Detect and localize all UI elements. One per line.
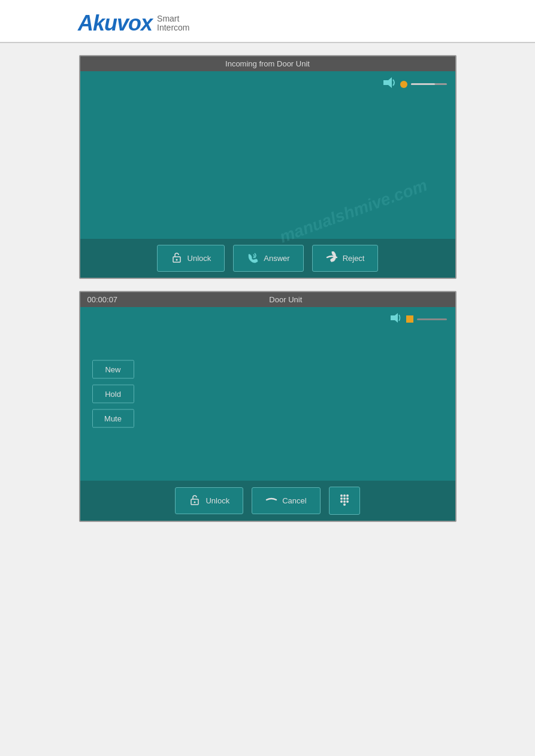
new-button[interactable]: New (92, 360, 134, 379)
panel2-video-area: New Hold Mute (80, 307, 455, 481)
panel2-unlock-button[interactable]: Unlock (175, 487, 243, 514)
logo-line2: Intercom (157, 23, 189, 32)
svg-point-12 (340, 500, 343, 503)
panel1-reject-button[interactable]: Reject (312, 245, 379, 272)
logo-container: Akuvox Smart Intercom (78, 11, 190, 36)
mute-button-label: Mute (104, 414, 122, 423)
panel-incoming: Incoming from Door Unit manualshmive.com (79, 55, 457, 279)
panel1-answer-label: Answer (264, 254, 289, 263)
panel2-cancel-label: Cancel (282, 496, 306, 505)
panel1-titlebar: Incoming from Door Unit (80, 56, 455, 71)
panel1-action-bar: Unlock Answer (80, 239, 455, 278)
svg-marker-3 (391, 313, 398, 323)
panel2-action-bar: Unlock Cancel (80, 481, 455, 521)
logo-brand: Akuvox (78, 11, 152, 36)
panel2-keypad-button[interactable] (329, 487, 360, 515)
panel-active: 00:00:07 Door Unit New H (79, 291, 457, 522)
panel1-unlock-button[interactable]: Unlock (157, 245, 225, 272)
svg-marker-0 (383, 77, 392, 88)
hold-button[interactable]: Hold (92, 385, 134, 403)
volume-track[interactable] (411, 83, 447, 85)
svg-point-8 (346, 494, 349, 497)
svg-point-14 (346, 500, 349, 503)
watermark: manualshmive.com (277, 176, 430, 247)
mute-button[interactable]: Mute (92, 409, 134, 428)
hold-button-label: Hold (105, 390, 121, 399)
svg-point-9 (340, 497, 343, 500)
svg-point-6 (340, 494, 343, 497)
panel2-unlock-label: Unlock (205, 496, 229, 505)
answer-icon (247, 251, 259, 265)
logo-area: Akuvox Smart Intercom (0, 0, 535, 43)
panel1-unlock-label: Unlock (188, 254, 211, 263)
side-buttons-container: New Hold Mute (92, 360, 134, 428)
panel2-title: Door Unit (123, 295, 448, 304)
keypad-icon (338, 493, 351, 508)
panel2-unlock-icon (189, 494, 201, 508)
svg-point-5 (194, 502, 196, 503)
panel1-title: Incoming from Door Unit (87, 59, 448, 68)
volume-icon (383, 77, 397, 91)
panel1-answer-button[interactable]: Answer (233, 245, 303, 272)
svg-point-2 (176, 259, 177, 261)
panel1-reject-label: Reject (343, 254, 365, 263)
svg-point-13 (343, 500, 346, 503)
logo-tagline: Smart Intercom (157, 14, 189, 33)
panel2-cancel-button[interactable]: Cancel (252, 487, 320, 514)
volume-filled (411, 83, 435, 85)
panel2-volume-knob[interactable] (406, 315, 413, 323)
cancel-icon (265, 494, 277, 508)
volume-knob[interactable] (400, 81, 407, 88)
panel2-volume-track[interactable] (417, 318, 447, 320)
new-button-label: New (105, 365, 120, 374)
svg-point-7 (343, 494, 346, 497)
panels-container: Incoming from Door Unit manualshmive.com (0, 43, 535, 534)
panel1-volume-control (383, 77, 447, 91)
panel2-volume-control (391, 313, 447, 325)
svg-point-15 (343, 503, 346, 506)
panel2-titlebar: 00:00:07 Door Unit (80, 292, 455, 307)
panel2-timer: 00:00:07 (87, 295, 118, 304)
svg-point-10 (343, 497, 346, 500)
panel1-video-area: manualshmive.com (80, 71, 455, 239)
logo-line1: Smart (157, 14, 189, 23)
unlock-icon (171, 251, 183, 265)
svg-point-11 (346, 497, 349, 500)
reject-icon (326, 251, 338, 265)
panel2-volume-icon (391, 313, 403, 325)
